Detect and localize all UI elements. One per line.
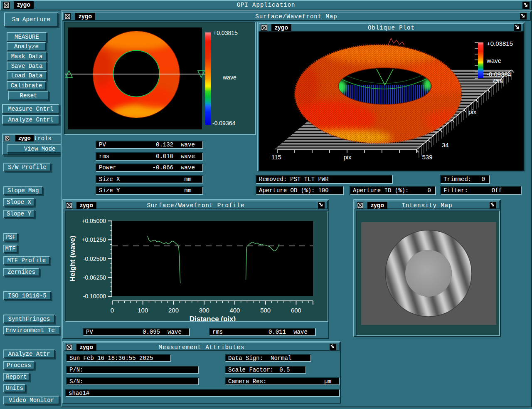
analyze-attr-button[interactable]: Analyze Attr [3, 350, 55, 358]
rms-units: wave [286, 329, 315, 335]
mtf-profile-button[interactable]: MTF Profile [3, 256, 50, 265]
mask-data-button[interactable]: Mask Data [7, 52, 47, 61]
pin-icon[interactable] [490, 202, 496, 208]
pin-icon[interactable] [330, 344, 336, 350]
svg-text:500: 500 [260, 307, 271, 314]
measure-cntrl-button[interactable]: Measure Cntrl [2, 104, 59, 114]
aperture-od-label: Aperture OD (%): [256, 187, 315, 194]
oblique-titlebar: zygo Oblique Plot [259, 23, 524, 32]
window-menu-icon[interactable] [5, 136, 10, 141]
slope-x-label: Slope X [7, 199, 31, 206]
pin-icon[interactable] [318, 202, 325, 208]
svg-text:Height (wave): Height (wave) [69, 235, 76, 282]
colorbar-units: wave [223, 74, 236, 81]
timestamp-value: Sun Feb 16 18:36:55 2025 [67, 355, 153, 362]
stat-label: PV [96, 141, 106, 148]
svg-text:600: 600 [291, 307, 301, 314]
svg-text:+0.01250: +0.01250 [81, 236, 106, 243]
svg-text:0: 0 [111, 307, 114, 314]
intensity-window: zygo Intensity Map [353, 199, 501, 337]
calibrate-button[interactable]: Calibrate [7, 81, 46, 90]
stat-value: 0.010 [156, 153, 173, 160]
oblique-colorbar-units: wave [486, 57, 501, 64]
aperture-id-label: Aperture ID (%): [350, 187, 409, 194]
measure-button[interactable]: MEASURE [7, 32, 47, 42]
slope-mag-button[interactable]: Slope Mag [3, 186, 43, 195]
load-data-label: Load Data [11, 72, 43, 79]
svg-text:200: 200 [168, 307, 179, 314]
iso-button[interactable]: ISO 10110-5 [3, 291, 51, 300]
oblique-y-label: pix [468, 108, 477, 115]
analyze-button[interactable]: Analyze [7, 42, 46, 51]
comment-field[interactable]: shao1# [65, 389, 340, 397]
rms-value: 0.011 [268, 329, 286, 335]
pin-icon[interactable] [514, 24, 521, 31]
mtf-profile-label: MTF Profile [7, 257, 46, 264]
stat-power: Power-0.066wave [96, 164, 203, 172]
zernikes-button[interactable]: Zernikes [3, 268, 39, 276]
intensity-panel [356, 211, 500, 336]
intensity-title: Intensity Map [355, 202, 499, 209]
analyze-cntrl-button[interactable]: Analyze Cntrl [2, 115, 59, 124]
colorbar-min: -0.09364 [212, 120, 235, 126]
svg-text:-0.10000: -0.10000 [83, 293, 106, 300]
stat-units: wave [173, 153, 202, 160]
serial-number-field[interactable]: S/N: [66, 377, 199, 385]
reset-button[interactable]: Reset [8, 91, 49, 100]
oblique-colorbar-max: +0.03815 [487, 40, 513, 47]
surface-map-plot [65, 22, 206, 134]
zernikes-label: Zernikes [7, 269, 35, 275]
slope-y-button[interactable]: Slope Y [3, 210, 34, 218]
filter-value: Off [492, 187, 502, 194]
stat-units: wave [173, 164, 202, 171]
save-data-button[interactable]: Save Data [7, 62, 47, 71]
svg-text:400: 400 [229, 307, 240, 314]
svg-text:300: 300 [199, 307, 209, 314]
units-button[interactable]: Units [3, 384, 26, 392]
intensity-image [361, 222, 496, 325]
attributes-window: zygo Measurement Attributes Sun Feb 16 1… [62, 341, 341, 404]
oblique-plot: 115 pix 539 34 pix 458 +0.03815 wave -0.… [259, 32, 524, 171]
report-button[interactable]: Report [3, 373, 30, 381]
camera-res-field: Camera Res:µm [225, 377, 340, 385]
app-titlebar: zygo GPI Application [0, 0, 532, 10]
environment-button[interactable]: Environment Te [3, 326, 60, 335]
removed-field: Removed:PST TLT PWR [256, 175, 393, 184]
measure-cntrl-label: Measure Cntrl [8, 106, 53, 112]
oblique-x-min: 115 [271, 154, 281, 161]
slope-y-label: Slope Y [7, 211, 31, 217]
scale-factor-label: Scale Factor: [226, 367, 273, 373]
reset-label: Reset [20, 92, 37, 99]
stat-label: Size X [96, 176, 120, 183]
sm-aperture-button[interactable]: Sm Aperture [4, 12, 58, 27]
colorbar [205, 32, 211, 125]
controls-title: trols [34, 135, 52, 142]
pin-icon[interactable] [522, 2, 530, 9]
process-button[interactable]: Process [3, 361, 34, 369]
part-number-label: P/N: [67, 367, 84, 373]
stat-label: rms [96, 153, 109, 160]
pin-icon[interactable] [520, 13, 527, 20]
video-monitor-button[interactable]: Video Monitor [3, 396, 59, 404]
psf-button[interactable]: PSF [3, 233, 18, 241]
pv-units: wave [160, 329, 189, 335]
pv-value: 0.095 [143, 329, 160, 335]
synth-fringes-button[interactable]: SynthFringes [3, 315, 55, 323]
stat-pv: PV0.132wave [96, 141, 203, 149]
slope-x-button[interactable]: Slope X [3, 198, 34, 206]
surface-map-panel: +0.03815 wave -0.09364 [64, 22, 256, 135]
slope-mag-label: Slope Mag [7, 187, 39, 194]
intensity-titlebar: zygo Intensity Map [355, 201, 500, 209]
analyze-attr-label: Analyze Attr [8, 351, 50, 357]
stat-label: Size Y [96, 187, 120, 194]
mtf-button[interactable]: MTF [3, 245, 17, 253]
mask-data-label: Mask Data [11, 53, 43, 60]
svg-text:-0.02500: -0.02500 [83, 255, 106, 262]
load-data-button[interactable]: Load Data [7, 71, 47, 80]
aperture-od-value: 100 [318, 187, 328, 194]
comment-value: shao1# [66, 390, 89, 397]
sw-profile-button[interactable]: S/W Profile [3, 163, 51, 171]
stat-size-x: Size Xmm [96, 175, 203, 183]
calibrate-label: Calibrate [11, 82, 42, 89]
part-number-field[interactable]: P/N: [66, 366, 199, 374]
